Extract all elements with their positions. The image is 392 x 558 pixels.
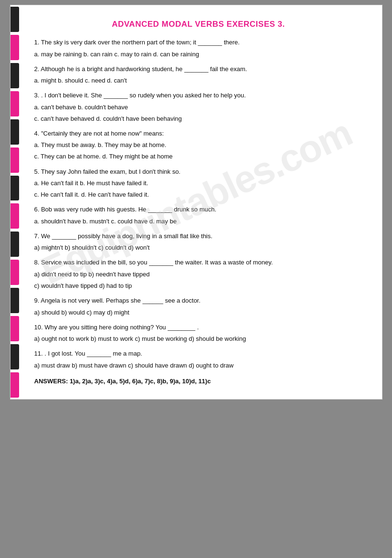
tab-10 xyxy=(11,260,19,285)
tab-8 xyxy=(11,203,19,229)
question-3: 3. . I don't believe it. She _______ so … xyxy=(34,91,363,124)
q6-options: a. shouldn't have b. mustn't c. could ha… xyxy=(34,216,363,227)
q3-options2: c. can't have behaved d. couldn't have b… xyxy=(34,114,363,124)
q9-options: a) should b) would c) may d) might xyxy=(34,307,363,318)
tab-2 xyxy=(11,35,19,60)
question-10: 10. Why are you sitting here doing nothi… xyxy=(34,323,363,345)
answers-section: ANSWERS: 1)a, 2)a, 3)c, 4)a, 5)d, 6)a, 7… xyxy=(34,378,363,385)
q7-options: a) mightn't b) shouldn't c) couldn't d) … xyxy=(34,242,363,253)
q8-text: 8. Service was included in the bill, so … xyxy=(34,258,363,267)
question-4: 4. "Certainly they are not at home now" … xyxy=(34,129,363,162)
q2-options: a. might b. should c. need d. can't xyxy=(34,75,363,86)
question-6: 6. Bob was very rude with his guests. He… xyxy=(34,205,363,227)
q5-options2: c. He can't fall it. d. He can't have fa… xyxy=(34,190,363,200)
question-11: 11. . I got lost. You _______ me a map. … xyxy=(34,349,363,371)
q4-text: 4. "Certainly they are not at home now" … xyxy=(34,129,363,138)
q5-options1: a. He can't fail it b. He must have fail… xyxy=(34,178,363,189)
page-title: ADVANCED MODAL VERBS EXERCISES 3. xyxy=(34,20,363,29)
q3-text: 3. . I don't believe it. She _______ so … xyxy=(34,91,363,100)
tab-7 xyxy=(11,176,19,201)
q4-options2: c. They can be at home. d. They might be… xyxy=(34,151,363,162)
tab-13 xyxy=(11,344,19,369)
q10-text: 10. Why are you sitting here doing nothi… xyxy=(34,323,363,332)
q9-text: 9. Angela is not very well. Perhaps she … xyxy=(34,296,363,305)
q4-options1: a. They must be away. b. They may be at … xyxy=(34,140,363,150)
tab-6 xyxy=(11,147,19,173)
question-2: 2. Although he is a bright and hardworki… xyxy=(34,64,363,86)
tab-12 xyxy=(11,316,19,341)
q11-options: a) must draw b) must have drawn c) shoul… xyxy=(34,360,363,371)
q1-text: 1. The sky is very dark over the norther… xyxy=(34,38,363,47)
q2-text: 2. Although he is a bright and hardworki… xyxy=(34,64,363,74)
left-tabs xyxy=(11,5,19,399)
tab-9 xyxy=(11,232,19,257)
question-1: 1. The sky is very dark over the norther… xyxy=(34,38,363,60)
tab-1 xyxy=(11,7,19,32)
q10-options: a) ought not to work b) must to work c) … xyxy=(34,334,363,344)
question-7: 7. We _______ possibly have a dog, livin… xyxy=(34,232,363,253)
q5-text: 5. They say John failed the exam, but I … xyxy=(34,167,363,177)
q8-options1: a) didn't need to tip b) needn't have ti… xyxy=(34,269,363,280)
question-8: 8. Service was included in the bill, so … xyxy=(34,258,363,291)
q3-options1: a. can't behave b. couldn't behave xyxy=(34,102,363,113)
q11-text: 11. . I got lost. You _______ me a map. xyxy=(34,349,363,358)
tab-3 xyxy=(11,63,19,88)
tab-5 xyxy=(11,119,19,145)
q1-options: a. may be raining b. can rain c. may to … xyxy=(34,49,363,60)
tab-4 xyxy=(11,91,19,116)
question-9: 9. Angela is not very well. Perhaps she … xyxy=(34,296,363,318)
q6-text: 6. Bob was very rude with his guests. He… xyxy=(34,205,363,214)
question-5: 5. They say John failed the exam, but I … xyxy=(34,167,363,200)
tab-14 xyxy=(11,372,19,398)
q8-options2: c) wouldn't have tipped d) had to tip xyxy=(34,281,363,291)
page-container: Equiprintables.com ADVANCED MODAL VERBS … xyxy=(10,5,382,400)
q7-text: 7. We _______ possibly have a dog, livin… xyxy=(34,232,363,241)
tab-11 xyxy=(11,288,19,313)
